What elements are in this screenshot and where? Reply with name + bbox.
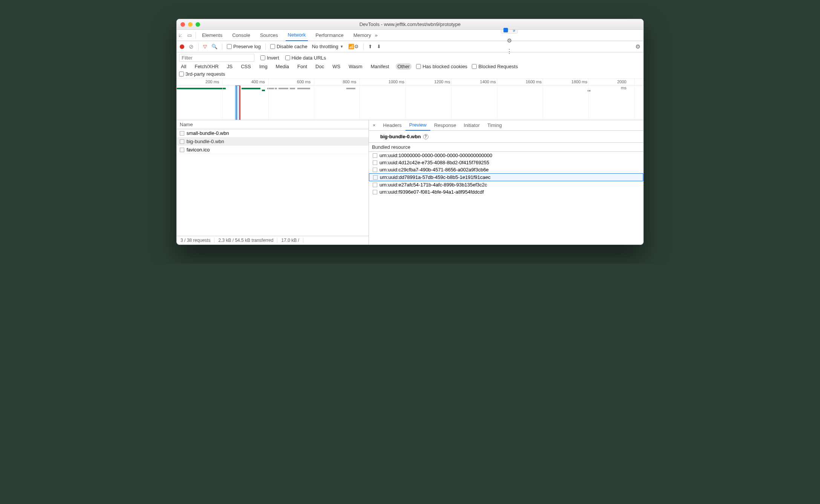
filter-type-ws[interactable]: WS [330,63,342,70]
preserve-log-check[interactable]: Preserve log [227,44,261,49]
blocked-cookies-check[interactable]: Has blocked cookies [416,64,467,69]
tick: 800 ms [360,79,374,86]
blocked-requests-check[interactable]: Blocked Requests [472,64,518,69]
request-list: Name small-bundle-0.wbnbig-bundle-0.wbnf… [177,120,369,244]
filter-input[interactable] [179,54,254,62]
bundled-resource[interactable]: urn:uuid:10000000-0000-0000-0000-0000000… [369,152,643,159]
bundled-resource[interactable]: urn:uuid:dd78991a-57db-459c-b8b5-1e191f9… [369,173,643,181]
titlebar: DevTools - www.jefftk.com/test/wbn9/prot… [177,19,643,30]
tab-sources[interactable]: Sources [258,30,280,41]
clear-icon[interactable]: ⊘ [189,43,194,50]
tab-elements[interactable]: Elements [200,30,225,41]
upload-icon[interactable]: ⬆ [368,44,372,49]
close-detail-icon[interactable]: × [369,122,379,128]
download-icon[interactable]: ⬇ [377,44,381,49]
detail-tab-initiator[interactable]: Initiator [460,120,484,131]
filter-type-all[interactable]: All [179,63,188,70]
filter-type-wasm[interactable]: Wasm [347,63,364,70]
filter-type-fetch-xhr[interactable]: Fetch/XHR [193,63,220,70]
tick: 1000 ms [405,79,422,86]
disable-cache-check[interactable]: Disable cache [270,44,308,49]
tick: 600 ms [314,79,329,86]
filter-type-js[interactable]: JS [225,63,234,70]
menu-icon[interactable]: ⋮ [506,48,512,55]
tab-performance[interactable]: Performance [313,30,346,41]
filter-type-font[interactable]: Font [295,63,309,70]
detail-tab-timing[interactable]: Timing [483,120,506,131]
filter-type-doc[interactable]: Doc [314,63,326,70]
tick: 1400 ms [497,79,514,86]
bundled-resource[interactable]: urn:uuid:4d12c42e-e735-4088-8bd2-0f415f7… [369,159,643,166]
filter-type-manifest[interactable]: Manifest [369,63,391,70]
request-row[interactable]: favicon.ico [177,146,369,154]
tick: 1800 ms [588,79,605,86]
close-icon[interactable] [181,22,185,27]
resource-icon [373,190,377,194]
request-row[interactable]: small-bundle-0.wbn [177,129,369,137]
tab-memory[interactable]: Memory [351,30,373,41]
tick: 200 ms [222,79,237,86]
hide-data-urls-check[interactable]: Hide data URLs [285,55,326,61]
help-icon[interactable]: ? [423,134,428,139]
resource-icon [373,175,378,180]
file-icon [180,139,184,144]
bundled-resource-header: Bundled resource [369,143,643,152]
zoom-icon[interactable] [196,22,200,27]
file-icon [180,131,184,136]
filter-type-media[interactable]: Media [274,63,291,70]
minimize-icon[interactable] [188,22,193,27]
tick: 2000 ms [634,79,643,86]
invert-check[interactable]: Invert [260,55,279,61]
record-icon[interactable] [180,44,184,49]
detail-tab-headers[interactable]: Headers [379,120,405,131]
tab-network[interactable]: Network [286,30,308,41]
throttling-select[interactable]: No throttling ▼ [312,44,344,49]
name-column-header[interactable]: Name [177,120,369,129]
main-tabbar: ⟀ ▭ ElementsConsoleSourcesNetworkPerform… [177,30,643,41]
third-party-check[interactable]: 3rd-party requests [179,71,225,77]
settings-icon[interactable]: ⚙ [507,37,512,44]
window-title: DevTools - www.jefftk.com/test/wbn9/prot… [177,21,643,27]
request-row[interactable]: big-bundle-0.wbn [177,137,369,146]
chevron-down-icon: ▼ [340,44,344,49]
search-icon[interactable]: 🔍 [211,44,217,49]
resource-icon [373,153,377,158]
detail-tab-response[interactable]: Response [430,120,460,131]
more-tabs-icon[interactable]: » [375,32,378,38]
message-icon [503,28,508,32]
filter-type-other[interactable]: Other [396,63,412,70]
resource-icon [373,160,377,165]
bundled-resource[interactable]: urn:uuid:e27afc54-171b-4afc-899b-93b135e… [369,181,643,188]
tick: 1600 ms [543,79,560,86]
filter-type-css[interactable]: CSS [239,63,253,70]
tick: 400 ms [268,79,283,86]
inspect-icon[interactable]: ⟀ [179,32,182,38]
filter-bar: Invert Hide data URLs AllFetch/XHRJSCSSI… [177,52,643,79]
preview-title: big-bundle-0.wbn [380,134,421,139]
network-conditions-icon[interactable]: 📶⚙ [348,44,359,49]
file-icon [180,148,184,152]
bundled-resource[interactable]: urn:uuid:c29cfba7-490b-4571-8656-a002a9f… [369,166,643,173]
tick: 1200 ms [451,79,468,86]
device-icon[interactable]: ▭ [187,32,192,38]
timeline[interactable]: 200 ms400 ms600 ms800 ms1000 ms1200 ms14… [177,79,643,120]
detail-tab-preview[interactable]: Preview [405,120,430,131]
tab-console[interactable]: Console [230,30,252,41]
filter-type-img[interactable]: Img [257,63,269,70]
devtools-window: DevTools - www.jefftk.com/test/wbn9/prot… [176,19,644,245]
bundled-resource[interactable]: urn:uuid:f9396e07-f081-4bfe-94a1-a8f954f… [369,188,643,195]
filter-icon[interactable]: ▽ [203,44,207,49]
detail-panel: × HeadersPreviewResponseInitiatorTiming … [369,120,643,244]
resource-icon [373,168,377,172]
network-settings-icon[interactable]: ⚙ [635,43,640,50]
status-bar: 3 / 38 requests 2.3 kB / 54.5 kB transfe… [177,236,369,244]
resource-icon [373,183,377,187]
